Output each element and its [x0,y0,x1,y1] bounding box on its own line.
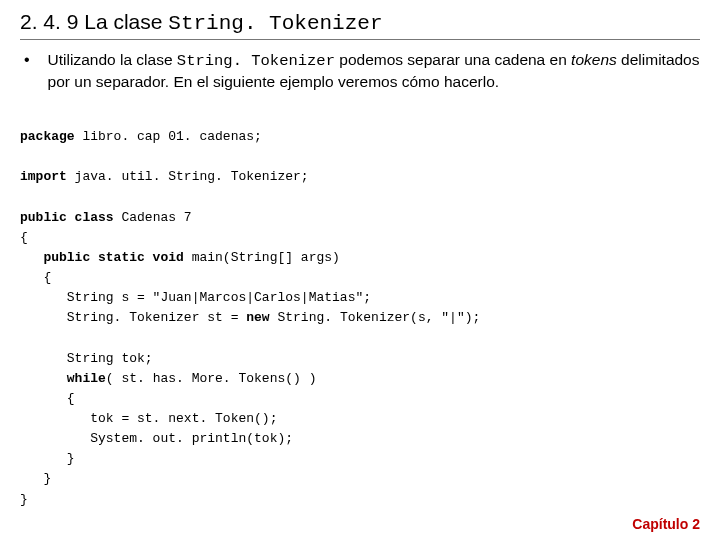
code-block: package libro. cap 01. cadenas; import j… [20,107,700,510]
code-text: { [20,391,75,406]
bullet-item: • Utilizando la clase String. Tokenizer … [20,50,700,93]
code-text: String tok; [20,351,153,366]
bullet-part2: podemos separar una cadena en [335,51,571,68]
code-text: Cadenas 7 [121,210,191,225]
bullet-inline-code: String. Tokenizer [177,52,335,70]
heading-text: La clase [78,10,168,33]
code-keyword: while [20,371,106,386]
footer-number: 2 [692,516,700,532]
code-keyword: public static void [20,250,192,265]
footer-label: Capítulo [632,516,692,532]
code-keyword: public class [20,210,121,225]
bullet-dot-icon: • [24,50,30,71]
footer-chapter: Capítulo 2 [632,516,700,532]
code-text: main(String[] args) [192,250,340,265]
code-text: { [20,270,51,285]
heading-number: 2. 4. 9 [20,10,78,33]
code-text: String s = "Juan|Marcos|Carlos|Matias"; [20,290,371,305]
bullet-italic: tokens [571,51,617,68]
code-text: libro. cap 01. cadenas; [75,129,262,144]
code-text: java. util. String. Tokenizer; [67,169,309,184]
bullet-text: Utilizando la clase String. Tokenizer po… [48,50,700,93]
code-text: ( st. has. More. Tokens() ) [106,371,317,386]
code-keyword: package [20,129,75,144]
code-text: String. Tokenizer st = [20,310,246,325]
code-keyword: import [20,169,67,184]
code-text: } [20,451,75,466]
bullet-part1: Utilizando la clase [48,51,177,68]
code-text: } [20,471,51,486]
heading-classname: String. Tokenizer [168,12,382,35]
code-text: String. Tokenizer(s, "|"); [277,310,480,325]
section-heading: 2. 4. 9 La clase String. Tokenizer [20,10,700,40]
code-text: } [20,492,28,507]
code-text: { [20,230,28,245]
code-keyword: new [246,310,277,325]
code-text: System. out. println(tok); [20,431,293,446]
code-text: tok = st. next. Token(); [20,411,277,426]
